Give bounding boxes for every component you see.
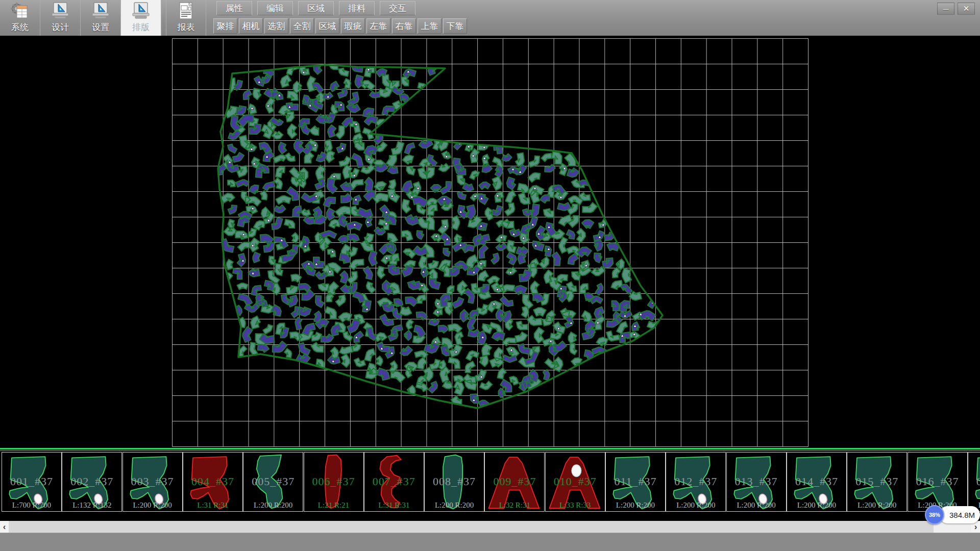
tab-nesting[interactable]: 排版 xyxy=(121,0,161,36)
piece-label: 002_#37 xyxy=(62,475,121,488)
piece-label: 006_#37 xyxy=(304,475,363,488)
tab-report[interactable]: 报表 xyxy=(166,0,206,36)
tab-label: 系统 xyxy=(11,21,29,34)
piece-lr-label: L:200 R:200 xyxy=(787,501,846,510)
piece-label: 009_#37 xyxy=(485,475,544,488)
piece-label: 001_#37 xyxy=(2,475,61,488)
piece-thumbnail[interactable]: 008_#37L:200 R:200 xyxy=(424,452,484,512)
tool-button[interactable]: 瑕疵 xyxy=(341,18,365,34)
piece-thumbnail[interactable]: 015_#37L:200 R:200 xyxy=(847,452,907,512)
piece-label: 012_#37 xyxy=(666,475,725,488)
piece-label: 014_#37 xyxy=(787,475,846,488)
tool-button[interactable]: 左靠 xyxy=(366,18,390,34)
piece-thumbnail[interactable]: 016_#37L:200 R:200 xyxy=(908,452,968,512)
piece-thumbnail[interactable]: 004_#37L:31 R:31 xyxy=(183,452,243,512)
nesting-icon xyxy=(131,1,151,21)
piece-lr-label: L:21 R:21 xyxy=(304,501,363,510)
scroll-left-arrow[interactable]: ‹ xyxy=(0,521,9,533)
settings-icon xyxy=(90,1,111,21)
piece-lr-label: L:200 R:200 xyxy=(847,501,906,510)
tool-button[interactable]: 相机 xyxy=(239,18,263,34)
tool-buttons: 聚排相机选割全割区域瑕疵左靠右靠上靠下靠 xyxy=(213,18,469,34)
menu-bar: 属性编辑区域排料交互 xyxy=(216,1,421,16)
tool-button[interactable]: 区域 xyxy=(315,18,339,34)
nesting-canvas-svg xyxy=(0,36,980,448)
menu-item[interactable]: 区域 xyxy=(298,1,334,15)
report-icon xyxy=(176,1,197,21)
progress-circle: 38% xyxy=(925,505,944,524)
piece-thumbnail[interactable]: 002_#37L:132 R:132 xyxy=(62,452,122,512)
status-bar xyxy=(0,533,980,551)
tab-label: 排版 xyxy=(132,21,150,34)
menu-item[interactable]: 编辑 xyxy=(257,1,293,15)
piece-lr-label: L:31 R:31 xyxy=(364,501,424,510)
window-controls: ─ ✕ xyxy=(937,3,975,15)
horizontal-scrollbar[interactable]: ‹ › xyxy=(0,521,980,533)
tool-button[interactable]: 右靠 xyxy=(392,18,416,34)
piece-thumbnail[interactable]: 010_#37L:33 R:33 xyxy=(545,452,605,512)
piece-lr-label: L:32 R:31 xyxy=(485,501,544,510)
main-tabs: 系统 设计 设置 排版 报表 xyxy=(0,0,206,36)
pieces-strip: 001_#37L:700 R:700002_#37L:132 R:132003_… xyxy=(0,448,980,521)
tab-label: 设置 xyxy=(92,21,109,34)
piece-lr-label: L:31 R:31 xyxy=(183,501,242,510)
piece-lr-label: L:200 R:200 xyxy=(425,501,484,510)
menu-item[interactable]: 排料 xyxy=(339,1,375,15)
tab-system[interactable]: 系统 xyxy=(0,0,40,36)
tool-button[interactable]: 全割 xyxy=(290,18,314,34)
strip-top-line xyxy=(0,448,980,449)
piece-label: 003_#37 xyxy=(123,475,182,488)
tab-label: 报表 xyxy=(178,21,195,34)
piece-label: 011_#37 xyxy=(606,475,665,488)
piece-thumbnail[interactable]: 006_#37L:21 R:21 xyxy=(304,452,364,512)
toolbar: 系统 设计 设置 排版 报表 属性编辑区域排料交互 聚排相机选割全割区域瑕疵左靠… xyxy=(0,0,980,36)
menu-item[interactable]: 交互 xyxy=(380,1,415,15)
memory-pill: 384.8M xyxy=(939,506,980,523)
close-button[interactable]: ✕ xyxy=(958,3,975,15)
tool-button[interactable]: 聚排 xyxy=(213,18,237,34)
tool-button[interactable]: 上靠 xyxy=(418,18,442,34)
tab-label: 设计 xyxy=(52,21,69,34)
piece-thumbnail[interactable]: 017_#37L:200 R:200 xyxy=(968,452,980,512)
scrollbar-track[interactable] xyxy=(9,521,971,533)
tool-button[interactable]: 下靠 xyxy=(443,18,467,34)
memory-label: 384.8M xyxy=(949,511,975,519)
piece-thumbnail[interactable]: 013_#37L:200 R:200 xyxy=(726,452,787,512)
piece-lr-label: L:700 R:700 xyxy=(2,501,61,510)
piece-label: 005_#37 xyxy=(243,475,303,488)
piece-label: 007_#37 xyxy=(364,475,424,488)
piece-thumbnail[interactable]: 009_#37L:32 R:31 xyxy=(484,452,545,512)
piece-lr-label: L:200 R:200 xyxy=(727,501,786,510)
nesting-canvas[interactable] xyxy=(0,36,980,448)
piece-thumbnail[interactable]: 011_#37L:200 R:200 xyxy=(605,452,666,512)
piece-label: 008_#37 xyxy=(425,475,484,488)
progress-percent: 38% xyxy=(929,512,940,518)
tab-design[interactable]: 设计 xyxy=(40,0,81,36)
tool-button[interactable]: 选割 xyxy=(264,18,288,34)
progress-indicator: 384.8M 38% xyxy=(925,505,980,525)
piece-lr-label: L:132 R:132 xyxy=(62,501,121,510)
system-icon xyxy=(10,1,30,21)
piece-label: 015_#37 xyxy=(847,475,906,488)
piece-thumbnail[interactable]: 001_#37L:700 R:700 xyxy=(2,452,62,512)
piece-lr-label: L:200 R:200 xyxy=(123,501,182,510)
piece-thumbnail[interactable]: 012_#37L:200 R:200 xyxy=(666,452,726,512)
piece-thumbnail[interactable]: 007_#37L:31 R:31 xyxy=(364,452,424,512)
piece-thumbnail[interactable]: 005_#37L:200 R:200 xyxy=(243,452,303,512)
piece-lr-label: L:200 R:200 xyxy=(606,501,665,510)
piece-lr-label: L:33 R:33 xyxy=(546,501,605,510)
piece-lr-label: L:200 R:200 xyxy=(666,501,725,510)
strip-top-line-2 xyxy=(0,450,980,451)
menu-item[interactable]: 属性 xyxy=(216,1,252,15)
tab-setup[interactable]: 设置 xyxy=(81,0,121,36)
piece-label: 004_#37 xyxy=(183,475,242,488)
piece-label: 016_#37 xyxy=(908,475,967,488)
piece-label: 017_#37 xyxy=(968,475,980,488)
piece-label: 013_#37 xyxy=(727,475,786,488)
piece-thumbnail[interactable]: 014_#37L:200 R:200 xyxy=(787,452,847,512)
minimize-button[interactable]: ─ xyxy=(937,3,954,15)
piece-label: 010_#37 xyxy=(546,475,605,488)
scrollbar-thumb[interactable] xyxy=(9,521,934,533)
piece-lr-label: L:200 R:200 xyxy=(243,501,303,510)
piece-thumbnail[interactable]: 003_#37L:200 R:200 xyxy=(122,452,183,512)
